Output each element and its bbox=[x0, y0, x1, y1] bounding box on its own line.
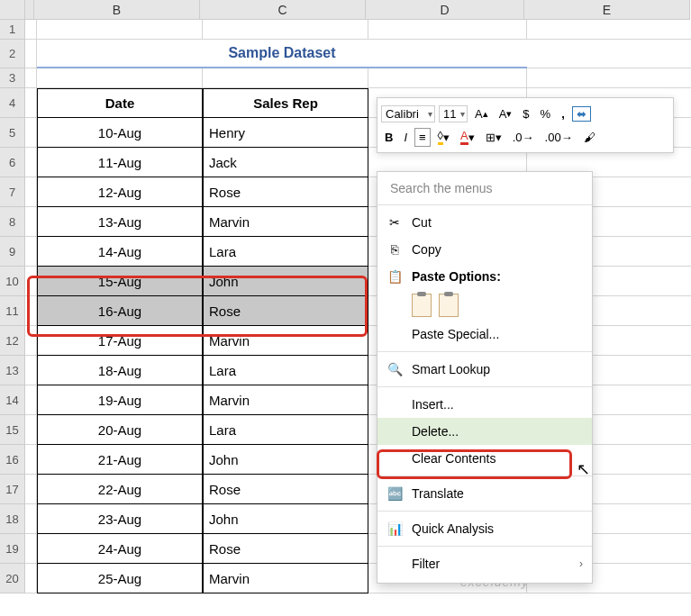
cell[interactable] bbox=[527, 68, 691, 88]
cell[interactable] bbox=[203, 68, 368, 88]
cell-rep[interactable]: Henry bbox=[203, 118, 368, 148]
cell-rep[interactable]: Lara bbox=[203, 415, 368, 445]
cell[interactable] bbox=[25, 88, 37, 118]
cell-date[interactable]: 15-Aug bbox=[37, 267, 203, 296]
format-painter-icon[interactable]: 🖌 bbox=[580, 129, 599, 146]
cell[interactable] bbox=[527, 40, 691, 68]
cell[interactable] bbox=[25, 267, 37, 296]
paste-option-2[interactable] bbox=[439, 294, 459, 317]
paste-option-1[interactable] bbox=[412, 294, 432, 317]
cell[interactable] bbox=[25, 296, 37, 326]
cell[interactable] bbox=[25, 326, 37, 356]
cell-rep[interactable]: Lara bbox=[203, 356, 368, 385]
decrease-decimal-icon[interactable]: .00→ bbox=[541, 129, 577, 146]
cell-rep[interactable]: Jack bbox=[203, 148, 368, 177]
cell-rep[interactable]: John bbox=[203, 504, 368, 534]
borders-icon[interactable]: ⊞▾ bbox=[482, 129, 505, 146]
font-size-select[interactable]: 11 bbox=[439, 105, 468, 122]
cell-date[interactable]: 11-Aug bbox=[37, 148, 203, 177]
row-header[interactable]: 10 bbox=[0, 267, 25, 296]
cell[interactable] bbox=[25, 385, 37, 415]
comma-format-icon[interactable]: , bbox=[558, 105, 568, 122]
accounting-format-icon[interactable]: $ bbox=[519, 105, 532, 122]
menu-search[interactable]: Search the menus bbox=[385, 177, 585, 199]
menu-filter[interactable]: Filter › bbox=[377, 550, 592, 577]
row-header[interactable]: 9 bbox=[0, 237, 25, 267]
row-header[interactable]: 16 bbox=[0, 445, 25, 475]
cell[interactable] bbox=[37, 20, 203, 40]
col-header-b[interactable]: B bbox=[34, 0, 200, 20]
row-header[interactable]: 4 bbox=[0, 88, 25, 118]
col-header-e[interactable]: E bbox=[524, 0, 690, 20]
italic-icon[interactable]: I bbox=[400, 129, 411, 146]
title-cell[interactable]: Sample Dataset bbox=[37, 40, 527, 68]
row-header[interactable]: 13 bbox=[0, 356, 25, 385]
menu-delete[interactable]: Delete... bbox=[377, 418, 592, 445]
row-header[interactable]: 5 bbox=[0, 118, 25, 148]
cell-rep[interactable]: Lara bbox=[203, 237, 368, 267]
increase-decimal-icon[interactable]: .0→ bbox=[509, 129, 538, 146]
cell-rep[interactable]: John bbox=[203, 267, 368, 296]
menu-quick-analysis[interactable]: 📊 Quick Analysis bbox=[377, 515, 592, 542]
font-color-icon[interactable]: A▾ bbox=[457, 127, 478, 147]
cell[interactable] bbox=[368, 20, 527, 40]
cell-date[interactable]: 14-Aug bbox=[37, 237, 203, 267]
cell-rep[interactable]: Marvin bbox=[203, 564, 368, 593]
cell-rep[interactable]: Marvin bbox=[203, 326, 368, 356]
fill-color-icon[interactable]: ◊▾ bbox=[434, 127, 453, 147]
cell-date[interactable]: 21-Aug bbox=[37, 445, 203, 475]
cell-rep[interactable]: Rose bbox=[203, 475, 368, 504]
cell[interactable] bbox=[25, 20, 37, 40]
cell-date[interactable]: 12-Aug bbox=[37, 177, 203, 207]
cell-date[interactable]: 22-Aug bbox=[37, 475, 203, 504]
header-rep[interactable]: Sales Rep bbox=[203, 88, 368, 118]
row-header[interactable]: 19 bbox=[0, 534, 25, 564]
cell-date[interactable]: 13-Aug bbox=[37, 207, 203, 237]
align-center-icon[interactable]: ≡ bbox=[414, 128, 431, 147]
cell[interactable] bbox=[25, 475, 37, 504]
cell[interactable] bbox=[203, 20, 368, 40]
col-header-d[interactable]: D bbox=[366, 0, 524, 20]
cell-date[interactable]: 18-Aug bbox=[37, 356, 203, 385]
row-header[interactable]: 14 bbox=[0, 385, 25, 415]
cell-date[interactable]: 17-Aug bbox=[37, 326, 203, 356]
row-header[interactable]: 1 bbox=[0, 20, 25, 40]
cell-date[interactable]: 10-Aug bbox=[37, 118, 203, 148]
cell[interactable] bbox=[25, 177, 37, 207]
decrease-font-icon[interactable]: A▾ bbox=[496, 105, 516, 122]
cell[interactable] bbox=[25, 415, 37, 445]
cell-rep[interactable]: Rose bbox=[203, 296, 368, 326]
col-header-a[interactable] bbox=[25, 0, 34, 20]
header-date[interactable]: Date bbox=[37, 88, 203, 118]
cell-date[interactable]: 23-Aug bbox=[37, 504, 203, 534]
cell[interactable] bbox=[25, 356, 37, 385]
select-all-corner[interactable] bbox=[0, 0, 25, 20]
cell[interactable] bbox=[25, 504, 37, 534]
cell[interactable] bbox=[25, 40, 37, 68]
menu-copy[interactable]: ⎘ Copy bbox=[377, 236, 592, 263]
percent-format-icon[interactable]: % bbox=[537, 105, 555, 122]
row-header[interactable]: 17 bbox=[0, 475, 25, 504]
row-header[interactable]: 11 bbox=[0, 296, 25, 326]
cell-date[interactable]: 25-Aug bbox=[37, 564, 203, 593]
cell[interactable] bbox=[25, 207, 37, 237]
row-header[interactable]: 6 bbox=[0, 148, 25, 177]
cell[interactable] bbox=[527, 20, 691, 40]
cell[interactable] bbox=[368, 68, 527, 88]
cell[interactable] bbox=[25, 68, 37, 88]
bold-icon[interactable]: B bbox=[381, 129, 396, 146]
row-header[interactable]: 15 bbox=[0, 415, 25, 445]
font-select[interactable]: Calibri bbox=[381, 105, 435, 122]
menu-smart-lookup[interactable]: 🔍 Smart Lookup bbox=[377, 356, 592, 383]
row-header[interactable]: 20 bbox=[0, 564, 25, 593]
cell-rep[interactable]: Marvin bbox=[203, 385, 368, 415]
menu-insert[interactable]: Insert... bbox=[377, 391, 592, 418]
cell-rep[interactable]: Rose bbox=[203, 534, 368, 564]
cell-rep[interactable]: John bbox=[203, 445, 368, 475]
cell-date[interactable]: 16-Aug bbox=[37, 296, 203, 326]
cell[interactable] bbox=[25, 445, 37, 475]
cell-date[interactable]: 20-Aug bbox=[37, 415, 203, 445]
cell-rep[interactable]: Rose bbox=[203, 177, 368, 207]
cell[interactable] bbox=[25, 237, 37, 267]
col-header-c[interactable]: C bbox=[200, 0, 366, 20]
